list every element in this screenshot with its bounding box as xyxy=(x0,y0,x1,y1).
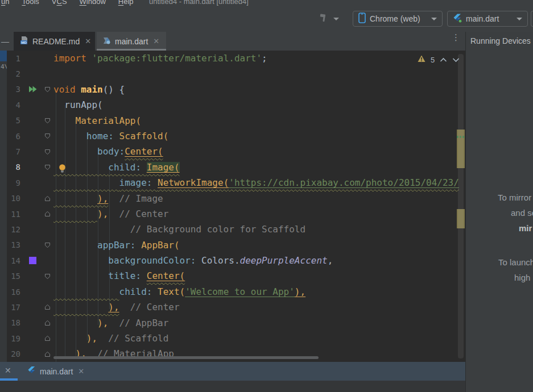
fold-marker-icon[interactable] xyxy=(41,242,53,248)
tab-main-dart[interactable]: main.dart ✕ xyxy=(97,32,166,51)
code-text[interactable]: body:Center( xyxy=(53,144,465,159)
code-line[interactable]: 6 home: Scaffold( xyxy=(7,128,465,144)
run-config-selector[interactable]: main.dart xyxy=(447,11,528,27)
fold-marker-icon[interactable] xyxy=(41,133,53,139)
build-button[interactable] xyxy=(319,12,339,25)
code-text[interactable]: runApp( xyxy=(53,97,465,112)
run-gutter-icon[interactable] xyxy=(24,85,41,93)
line-number[interactable]: 13 xyxy=(7,240,24,249)
warning-count: 5 xyxy=(431,56,435,64)
line-number[interactable]: 14 xyxy=(7,256,24,265)
line-number[interactable]: 7 xyxy=(7,147,24,156)
fold-marker-icon[interactable] xyxy=(41,195,53,202)
code-text[interactable]: child: Image( xyxy=(53,160,465,175)
code-text[interactable]: ), // Scaffold xyxy=(53,331,465,346)
menu-item-un[interactable]: un xyxy=(1,0,9,7)
fold-marker-icon[interactable] xyxy=(41,320,53,326)
line-number[interactable]: 15 xyxy=(7,272,24,281)
code-text[interactable]: home: Scaffold( xyxy=(53,128,465,144)
vertical-scrollbar[interactable] xyxy=(456,51,465,362)
line-number[interactable]: 12 xyxy=(7,225,24,234)
line-number[interactable]: 5 xyxy=(7,116,24,125)
line-number[interactable]: 1 xyxy=(7,54,24,63)
code-area[interactable]: 1import 'package:flutter/material.dart';… xyxy=(7,51,465,362)
code-text[interactable]: void main() { xyxy=(53,82,465,97)
code-text[interactable]: title: Center( xyxy=(53,268,465,283)
run-tab-main-dart[interactable]: main.dart ✕ xyxy=(27,362,84,381)
indent xyxy=(53,270,108,281)
code-line[interactable]: 7 body:Center( xyxy=(7,144,465,159)
code-line[interactable]: 18 ), // AppBar xyxy=(7,315,465,331)
line-number[interactable]: 2 xyxy=(7,69,24,78)
code-text[interactable]: appBar: AppBar( xyxy=(53,237,465,253)
line-number[interactable]: 4 xyxy=(7,101,24,110)
code-text[interactable]: image: NetworkImage('https://cdn.pixabay… xyxy=(53,175,465,190)
code-line[interactable]: 20 ), // MaterialApp xyxy=(7,346,465,361)
horizontal-scrollbar-thumb[interactable] xyxy=(53,356,319,359)
line-number[interactable]: 20 xyxy=(7,349,24,358)
fold-marker-icon[interactable] xyxy=(41,211,53,217)
code-line[interactable]: 1import 'package:flutter/material.dart'; xyxy=(7,51,465,66)
close-icon[interactable]: ✕ xyxy=(153,37,159,45)
close-icon[interactable]: ✕ xyxy=(85,37,91,45)
code-text[interactable]: import 'package:flutter/material.dart'; xyxy=(53,51,465,66)
menu-item-help[interactable]: Help xyxy=(118,0,134,7)
code-editor[interactable]: 1import 'package:flutter/material.dart';… xyxy=(0,51,465,362)
line-number[interactable]: 9 xyxy=(7,178,24,187)
code-line[interactable]: 13 appBar: AppBar( xyxy=(7,237,465,253)
close-icon[interactable]: ✕ xyxy=(78,367,84,376)
code-line[interactable]: 15 title: Center( xyxy=(7,268,465,283)
code-line[interactable]: 2 xyxy=(7,66,465,81)
code-line[interactable]: 9 image: NetworkImage('https://cdn.pixab… xyxy=(7,175,465,190)
code-text[interactable]: ), // Image xyxy=(53,191,465,206)
code-text[interactable]: MaterialApp( xyxy=(53,113,465,128)
code-text[interactable]: ), // AppBar xyxy=(53,315,465,331)
code-line[interactable]: 4 runApp( xyxy=(7,97,465,112)
code-line[interactable]: 5 MaterialApp( xyxy=(7,113,465,128)
close-icon[interactable]: ✕ xyxy=(5,366,11,375)
menu-item-vcs[interactable]: VCS xyxy=(52,0,67,7)
fold-marker-icon[interactable] xyxy=(41,164,53,170)
code-text[interactable]: child: Text('Welcome to our App'), xyxy=(53,284,465,299)
code-text[interactable]: // Background color for Scaffold xyxy=(53,222,465,237)
menu-item-tools[interactable]: Tools xyxy=(22,0,39,7)
line-number[interactable]: 18 xyxy=(7,318,24,327)
code-line[interactable]: 17 ), // Center xyxy=(7,299,465,315)
fold-marker-icon[interactable] xyxy=(41,304,53,310)
code-line[interactable]: 11 ), // Center xyxy=(7,206,465,222)
line-number[interactable]: 16 xyxy=(7,287,24,297)
code-line[interactable]: 19 ), // Scaffold xyxy=(7,331,465,346)
tab-readme[interactable]: MD README.md ✕ xyxy=(14,32,95,51)
code-text[interactable]: ), // MaterialApp xyxy=(53,346,465,361)
code-line[interactable]: 10 ), // Image xyxy=(7,191,465,206)
device-selector[interactable]: Chrome (web) xyxy=(353,11,443,27)
line-number[interactable]: 17 xyxy=(7,303,24,312)
code-line[interactable]: 8 child: Image( xyxy=(7,160,465,175)
code-text[interactable]: ), // Center xyxy=(53,299,465,315)
inspections-widget[interactable]: 5 xyxy=(418,55,460,65)
code-line[interactable]: 14 backgroundColor: Colors.deepPurpleAcc… xyxy=(7,253,465,268)
line-number[interactable]: 8 xyxy=(7,162,24,172)
color-swatch-icon[interactable] xyxy=(24,257,41,264)
code-line[interactable]: 16 child: Text('Welcome to our App'), xyxy=(7,284,465,299)
line-number[interactable]: 10 xyxy=(7,194,24,203)
fold-marker-icon[interactable] xyxy=(41,351,53,357)
line-number[interactable]: 11 xyxy=(7,210,24,219)
fold-marker-icon[interactable] xyxy=(41,273,53,280)
scrollbar-thumb[interactable] xyxy=(458,54,464,358)
fold-marker-icon[interactable] xyxy=(41,118,53,124)
line-number[interactable]: 19 xyxy=(7,334,24,343)
line-number[interactable]: 3 xyxy=(7,85,24,94)
fold-marker-icon[interactable] xyxy=(41,149,53,155)
tab-options-kebab-icon[interactable]: ⋮ xyxy=(452,35,458,48)
code-text[interactable]: backgroundColor: Colors.deepPurpleAccent… xyxy=(53,253,465,268)
code-text[interactable]: ), // Center xyxy=(53,206,465,222)
fold-marker-icon[interactable] xyxy=(41,335,53,341)
code-line[interactable]: 12 // Background color for Scaffold xyxy=(7,222,465,237)
fold-marker-icon[interactable] xyxy=(41,86,53,93)
menu-item-window[interactable]: Window xyxy=(80,0,106,7)
prev-warning-chevron-up-icon[interactable] xyxy=(440,55,447,65)
line-number[interactable]: 6 xyxy=(7,132,24,141)
code-line[interactable]: 3void main() { xyxy=(7,82,465,97)
project-stripe[interactable]: 4\ xyxy=(0,51,7,362)
